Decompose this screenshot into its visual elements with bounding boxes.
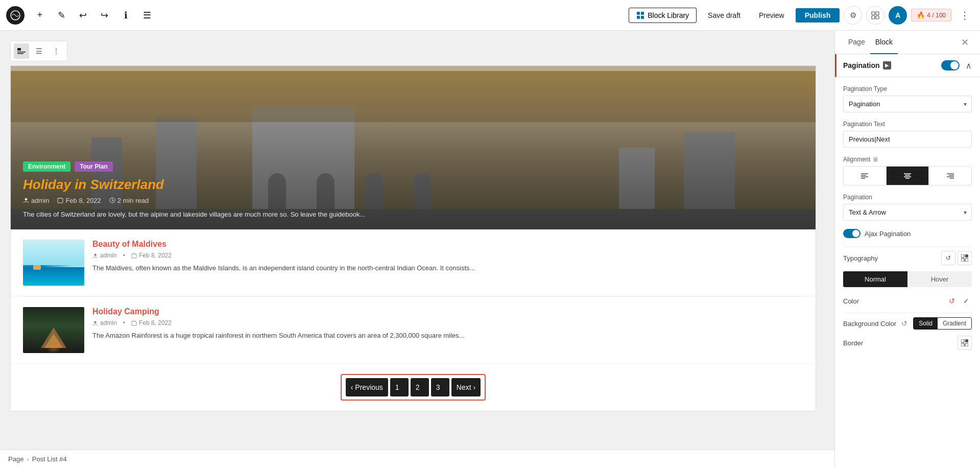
state-tabs: Normal Hover [843, 271, 972, 287]
gradient-tab[interactable]: Gradient [938, 318, 971, 329]
tab-block[interactable]: Block [870, 31, 898, 54]
save-draft-button[interactable]: Save draft [701, 8, 748, 22]
pagination-text-input[interactable] [843, 131, 972, 148]
svg-line-18 [112, 200, 113, 201]
post-thumb-maldives [23, 240, 84, 286]
breadcrumb-page[interactable]: Page [8, 455, 23, 463]
post-item: Beauty of Maldives admin • Feb 8, 2022 T… [11, 229, 816, 296]
pagination-style-group: Pagination Text & Arrow Text Only Arrow … [843, 194, 972, 221]
block-library-button[interactable]: Block Library [629, 8, 697, 23]
solid-tab[interactable]: Solid [914, 318, 938, 329]
block-options-button[interactable]: ⋮ [49, 43, 64, 59]
svg-rect-7 [872, 16, 875, 19]
svg-point-19 [94, 253, 97, 256]
panel-close-button[interactable]: ✕ [958, 35, 972, 50]
breadcrumb: Page › Post List #4 [0, 450, 834, 468]
svg-rect-40 [965, 254, 968, 258]
svg-rect-11 [17, 53, 23, 54]
add-button[interactable]: + [31, 6, 49, 25]
post-title-2[interactable]: Holiday Camping [92, 307, 803, 316]
page-2-button[interactable]: 2 [411, 378, 429, 396]
featured-post: Environment Tour Plan Holiday in Switzer… [11, 66, 816, 229]
pagination-section-header: Pagination ▶ ∧ [835, 54, 980, 77]
border-row: Border [843, 336, 972, 350]
svg-rect-13 [58, 198, 63, 203]
post-author-2: admin [92, 319, 117, 326]
block-view-button[interactable] [14, 43, 29, 59]
border-label: Border [843, 339, 863, 347]
svg-rect-24 [132, 321, 136, 325]
svg-rect-1 [637, 12, 640, 15]
tag-environment: Environment [23, 161, 70, 172]
section-toggle: ∧ [941, 60, 972, 71]
edit-button[interactable]: ✎ [52, 6, 70, 25]
pagination-type-select[interactable]: Pagination Load More Infinite Scroll [843, 96, 972, 112]
bg-color-row: Background Color ↺ Solid Gradient [843, 317, 972, 330]
svg-rect-3 [637, 16, 640, 19]
next-page-button[interactable]: Next › [451, 378, 481, 396]
color-check-button[interactable]: ✓ [961, 295, 972, 307]
prev-page-button[interactable]: ‹ Previous [346, 378, 388, 396]
tag-tour-plan: Tour Plan [75, 161, 112, 172]
svg-rect-41 [961, 259, 964, 262]
redo-button[interactable]: ↪ [95, 6, 113, 25]
featured-title: Holiday in Switzerland [23, 177, 803, 193]
align-left-button[interactable] [844, 167, 887, 185]
post-thumb-camping [23, 307, 84, 353]
post-item-2: Holiday Camping admin • Feb 8, 2022 The … [11, 297, 816, 364]
color-reset-button[interactable]: ↺ [946, 295, 958, 307]
post-title-1[interactable]: Beauty of Maldives [92, 240, 803, 249]
topbar-right: Block Library Save draft Preview Publish… [629, 6, 974, 25]
avatar-button[interactable]: A [889, 6, 907, 25]
pagination-type-group: Pagination Type Pagination Load More Inf… [843, 85, 972, 112]
video-icon: ▶ [883, 61, 891, 69]
page-3-button[interactable]: 3 [431, 378, 449, 396]
border-expand-button[interactable] [958, 336, 972, 350]
block-toolbar: ☰ ⋮ [10, 41, 67, 61]
undo-button[interactable]: ↩ [74, 6, 92, 25]
grid-button[interactable] [866, 6, 885, 25]
publish-button[interactable]: Publish [796, 8, 840, 22]
pagination-toggle[interactable] [941, 60, 960, 71]
featured-tags: Environment Tour Plan [23, 161, 803, 172]
tab-page[interactable]: Page [843, 31, 870, 54]
list-view-button[interactable]: ☰ [31, 43, 46, 59]
collapse-button[interactable]: ∧ [966, 61, 972, 71]
svg-point-23 [94, 321, 97, 323]
alignment-group: Alignment 🖥 [843, 156, 972, 185]
preview-button[interactable]: Preview [752, 8, 792, 22]
featured-author: admin [23, 197, 49, 204]
breadcrumb-current: Post List #4 [32, 455, 67, 463]
svg-rect-5 [872, 12, 875, 15]
ajax-toggle[interactable] [843, 229, 861, 238]
main-layout: ☰ ⋮ [0, 31, 980, 468]
wp-logo[interactable] [6, 6, 25, 25]
typography-expand-button[interactable] [958, 251, 972, 265]
post-list-block: Environment Tour Plan Holiday in Switzer… [10, 65, 816, 411]
align-right-button[interactable] [929, 167, 971, 185]
typography-reset-button[interactable]: ↺ [941, 251, 955, 265]
settings-button[interactable]: ⚙ [844, 6, 862, 25]
color-actions: ↺ ✓ [946, 295, 972, 307]
typography-row: Typography ↺ [843, 251, 972, 265]
alignment-monitor-icon: 🖥 [872, 156, 878, 163]
featured-date: Feb 8, 2022 [57, 197, 101, 204]
pagination-style-select[interactable]: Text & Arrow Text Only Arrow Only Number… [843, 204, 972, 221]
featured-meta: admin Feb 8, 2022 2 min read [23, 197, 803, 204]
more-options-button[interactable]: ⋮ [955, 6, 974, 25]
bg-color-reset-button[interactable]: ↺ [899, 318, 910, 329]
flame-badge: 🔥4 / 100 [911, 9, 951, 21]
color-label: Color [843, 297, 859, 305]
normal-tab[interactable]: Normal [843, 271, 907, 287]
info-button[interactable]: ℹ [116, 6, 135, 25]
pagination-text-label: Pagination Text [843, 121, 972, 128]
svg-rect-42 [965, 259, 968, 262]
hover-tab[interactable]: Hover [907, 271, 972, 287]
menu-button[interactable]: ☰ [138, 6, 156, 25]
pagination-type-select-wrapper: Pagination Load More Infinite Scroll [843, 96, 972, 112]
pagination-wrapper: ‹ Previous 1 2 3 Next › [11, 364, 816, 411]
page-1-button[interactable]: 1 [390, 378, 409, 396]
align-center-button[interactable] [887, 167, 929, 185]
svg-rect-2 [641, 12, 644, 15]
svg-rect-46 [965, 343, 968, 346]
